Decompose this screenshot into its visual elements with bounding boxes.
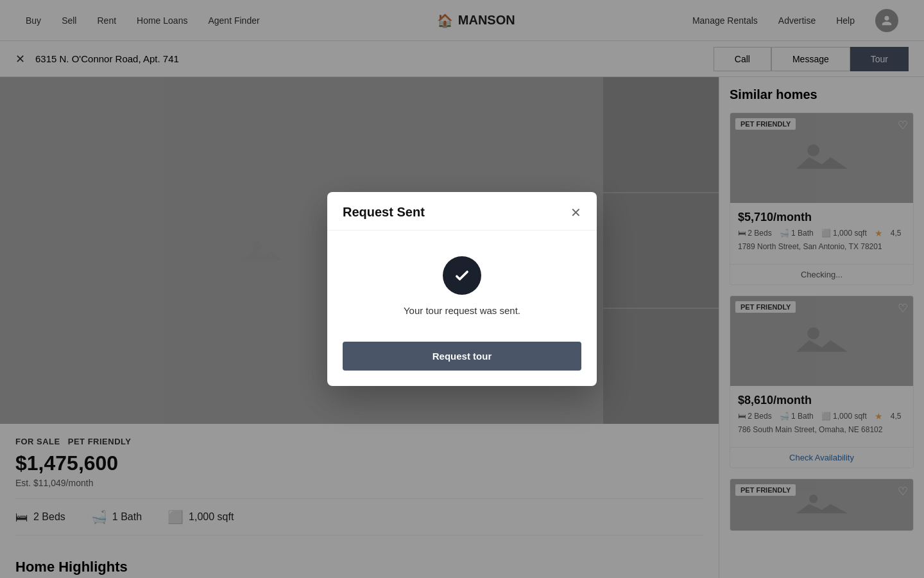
modal-footer: Request tour xyxy=(327,342,597,386)
modal-header: Request Sent ✕ xyxy=(327,192,597,231)
request-sent-modal: Request Sent ✕ Your tour request was sen… xyxy=(327,192,597,386)
modal-overlay: Request Sent ✕ Your tour request was sen… xyxy=(0,0,924,578)
modal-title: Request Sent xyxy=(343,205,425,220)
modal-close-button[interactable]: ✕ xyxy=(570,206,581,219)
success-icon xyxy=(443,256,481,295)
modal-body: Your tour request was sent. xyxy=(327,231,597,342)
request-tour-button[interactable]: Request tour xyxy=(343,342,581,371)
modal-message: Your tour request was sent. xyxy=(404,305,520,316)
